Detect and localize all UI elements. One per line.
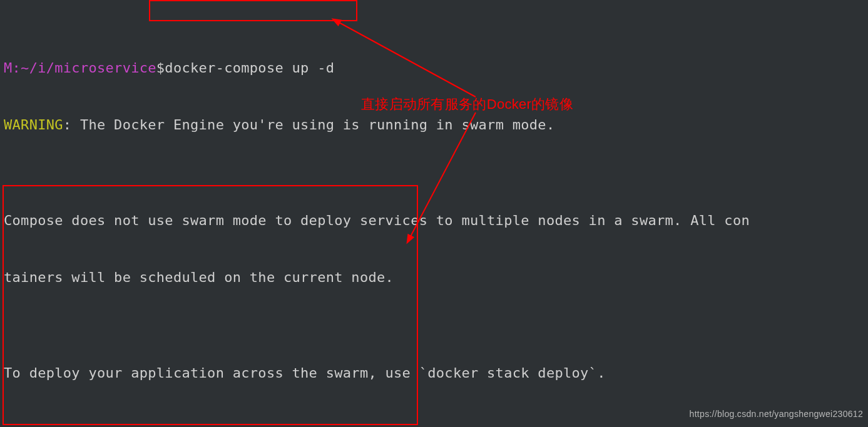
prompt-line: M:~/i/microservice$docker-compose up -d [4,59,864,78]
compose-text-1: Compose does not use swarm mode to deplo… [4,211,864,231]
highlight-box-command [149,0,357,21]
command: docker-compose up -d [165,60,334,76]
compose-text-2: tainers will be scheduled on the current… [4,268,864,288]
deploy-text: To deploy your application across the sw… [4,364,864,383]
warning-text: : The Docker Engine you're using is runn… [63,117,555,133]
annotation-text: 直接启动所有服务的Docker的镜像 [361,95,573,114]
prompt-path: M:~/i/microservice [4,60,156,76]
watermark: https://blog.csdn.net/yangshengwei230612 [690,404,863,424]
terminal[interactable]: M:~/i/microservice$docker-compose up -d … [0,0,868,427]
prompt-dollar: $ [156,60,165,76]
warning-line: WARNING: The Docker Engine you're using … [4,116,864,135]
warning-label: WARNING [4,117,63,133]
